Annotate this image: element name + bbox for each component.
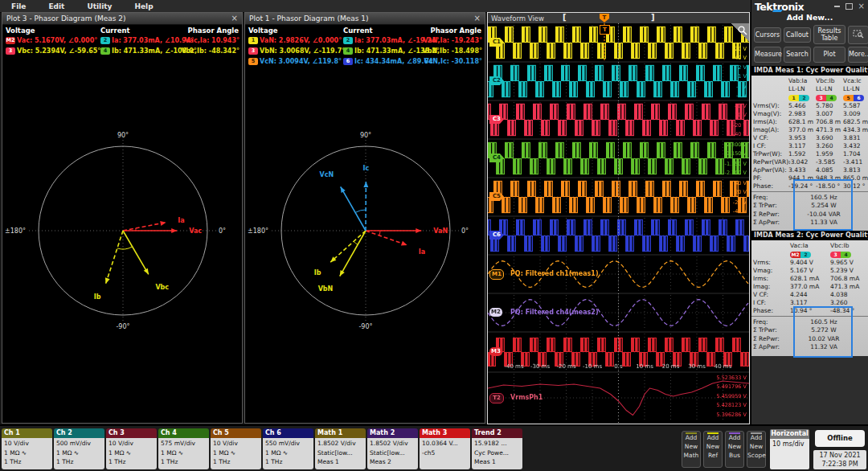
source-badge: 3 (816, 95, 826, 101)
meas-row-label: TrPwr(W): (753, 150, 782, 158)
source-badge: 4 (826, 95, 837, 101)
results-table-button[interactable]: Results Table (813, 25, 845, 44)
meas-row-label: RePwr(VAR): (753, 158, 791, 166)
restore-icon[interactable] (845, 3, 853, 10)
plot1-title-bar[interactable]: Plot 1 - Phasor Diagram (Meas 1) × (245, 13, 485, 25)
channel-settings-badge-ch3[interactable]: Ch 310 V/div1 MΩ ∿1 THz (106, 428, 157, 469)
channel-settings-badge-ch5[interactable]: Ch 510 V/div1 MΩ ∿1 THz (211, 428, 261, 469)
meas-summary-label: Σ TrPwr: (753, 202, 777, 209)
meas-value: 1.592 (788, 150, 805, 158)
meas-value: 471.3 mA (830, 283, 859, 290)
close-icon[interactable]: × (231, 14, 238, 23)
horizontal-badge[interactable]: Horizontal 10 ms/div (770, 429, 809, 469)
search-button[interactable]: Search (784, 47, 811, 62)
tektronix-logo-accent (772, 10, 783, 12)
close-window-icon[interactable]: × (858, 2, 865, 10)
meas-col-sub: LL-LN (843, 85, 860, 92)
zoom-corner-icon[interactable] (730, 23, 749, 43)
time-axis-label: 40 ms (711, 363, 735, 370)
scale-label: -20 V (733, 199, 747, 206)
add-button-line: Math (682, 452, 700, 461)
meas-value: 4.244 (790, 291, 807, 298)
time-axis-label: -20 ms (555, 363, 579, 370)
badge-setting-line: 15.9182 ... (474, 439, 520, 448)
voltage-readout: Vbc: 5.2394V, ∠-59.65° (17, 47, 100, 55)
cursors-button[interactable]: Cursors (754, 27, 781, 43)
add-button-line: Bus (726, 452, 743, 461)
axis-label-minus90: -90° (358, 323, 372, 330)
waveform-channel-badge-T2[interactable]: T2 (489, 393, 504, 403)
expansion-bracket-right[interactable]: ] (651, 13, 655, 22)
channel-settings-badge-ch1[interactable]: Ch 110 V/div1 MΩ ∿1 THz (2, 428, 52, 469)
add-new-math-button[interactable]: AddNewMath (682, 431, 701, 468)
more-button[interactable]: More... (848, 47, 868, 62)
meas-col-title: Vac:Ia (790, 242, 809, 249)
phasor-vector-label: VcN (320, 171, 334, 178)
plot3-phasor-panel: Plot 3 - Phasor Diagram (Meas 2) × Volta… (2, 12, 243, 424)
channel-settings-badge-math3[interactable]: Math 310.0364 V...-ch5 (420, 428, 470, 469)
channel-badge: 2 (343, 37, 353, 44)
menu-item-utility[interactable]: Utility (76, 2, 123, 10)
waveform-view-panel: Waveform View [ ] T T C1-20 V-40 VC22 V1… (487, 12, 750, 424)
add-new-label: Add New... (751, 13, 868, 23)
callout-button[interactable]: Callout (784, 27, 811, 43)
minimize-icon[interactable] (834, 6, 840, 7)
source-badge-pair: 34 (816, 95, 837, 101)
expansion-bracket-left[interactable]: [ (563, 13, 567, 22)
zoom-select-button[interactable] (848, 26, 868, 44)
add-button-line: Ref (704, 452, 722, 461)
channel-settings-badge-ch4[interactable]: Ch 4575 mV/div1 MΩ ∿1 THz (158, 428, 209, 469)
menu-item-edit[interactable]: Edit (37, 2, 76, 10)
current-column-header: Current (343, 27, 373, 35)
waveform-title-bar[interactable]: Waveform View [ ] (488, 13, 749, 23)
channel-settings-badge-math1[interactable]: Math 11.8502 V/divStatic[low...Meas 1 (315, 428, 366, 469)
meas2-header[interactable]: IMDA Meas 2: Cyc Power Quality' (751, 231, 868, 240)
waveform-channel-badge-M1[interactable]: M1 (489, 269, 504, 280)
trigger-level-marker[interactable]: T (600, 25, 610, 35)
offline-button[interactable]: Offline (815, 430, 865, 447)
waveform-title: Waveform View (491, 14, 544, 23)
badge-setting-line: 10 V/div (4, 439, 50, 448)
meas-summary-label: Σ RePwr: (753, 335, 780, 342)
meas-value: 3.009 (843, 110, 860, 117)
add-new-ref-button[interactable]: AddNewRef (703, 431, 723, 468)
selection-highlight-box[interactable] (793, 306, 853, 358)
badge-settings: 1.8502 V/divStatic[low...Meas 2 (367, 438, 418, 469)
add-button-line: Scope (747, 452, 765, 461)
badge-settings: 575 mV/div1 MΩ ∿1 THz (158, 438, 209, 469)
channel-settings-badge-ch2[interactable]: Ch 2500 mV/div1 MΩ ∿1 THz (54, 428, 104, 469)
measure-button[interactable]: Measure (754, 47, 781, 62)
meas-value: 706.8 m (816, 118, 841, 125)
selection-highlight-box[interactable] (793, 179, 853, 231)
plot1-title: Plot 1 - Phasor Diagram (Meas 1) (249, 14, 369, 23)
meas-value: 5.587 (843, 102, 860, 109)
phasor-vector-label: VaN (433, 227, 448, 235)
meas-row-label: Phase: (753, 307, 773, 314)
readout-column-headers: VoltageCurrentPhasor Angle (2, 25, 242, 36)
waveform-channel-badge-M2[interactable]: M2 (489, 308, 502, 317)
channel-settings-badge-math2[interactable]: Math 21.8502 V/divStatic[low...Meas 2 (367, 428, 418, 469)
add-new-bus-button[interactable]: AddNewBus (725, 431, 744, 468)
time-text: 7:22:38 PM (813, 460, 866, 469)
meas-badge-cell: 56 (843, 94, 864, 101)
meas-badge-cell: 34 (830, 251, 851, 258)
badge-setting-line: 1 MΩ ∿ (213, 448, 259, 458)
waveform-channel-badge-M3[interactable]: M3 (489, 347, 502, 356)
channel-settings-badge-trend2[interactable]: Trend 215.9182 ...Cyc Powe...Meas 1 (472, 428, 522, 469)
meas1-header[interactable]: IMDA Meas 1: Cyc Power Quality' (751, 66, 868, 76)
badge-settings: 550 mV/div1 MΩ ∿1 THz (263, 438, 313, 469)
badge-settings: 10 V/div1 MΩ ∿1 THz (211, 438, 261, 469)
meas-value: 377.0 m (788, 126, 813, 133)
phasor-readout-row: 1VaN: 2.9826V, ∠0.000°2Ia: 377.03mA, ∠-1… (245, 36, 485, 47)
accent-line (707, 432, 719, 434)
brand-row: Tektronix × (751, 0, 868, 13)
close-icon[interactable]: × (474, 14, 481, 23)
plot-button[interactable]: Plot (813, 47, 845, 62)
plot3-title-bar[interactable]: Plot 3 - Phasor Diagram (Meas 2) × (2, 13, 242, 25)
channel-settings-badge-ch6[interactable]: Ch 6550 mV/div1 MΩ ∿1 THz (263, 428, 313, 469)
meas-summary-label: Σ ApPwr: (753, 219, 780, 226)
add-new-scope-button[interactable]: AddNewScope (747, 431, 766, 468)
menu-item-file[interactable]: File (0, 2, 37, 10)
menu-item-help[interactable]: Help (123, 2, 164, 10)
time-axis-label: 10 ms (633, 363, 657, 370)
